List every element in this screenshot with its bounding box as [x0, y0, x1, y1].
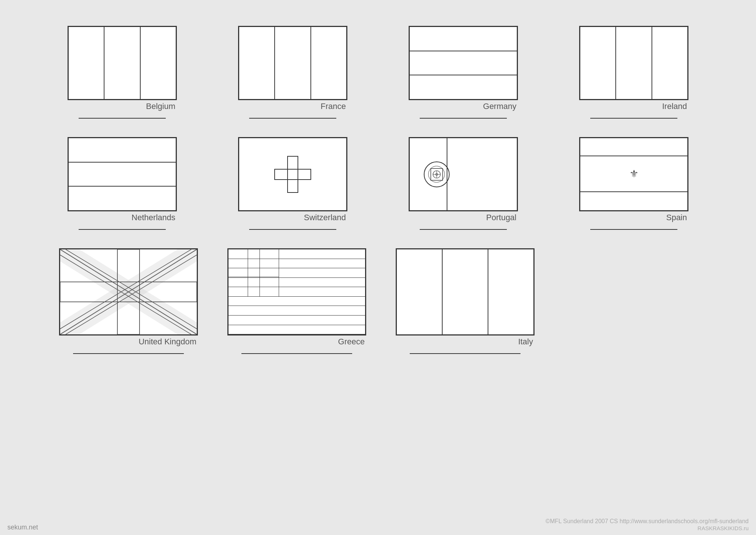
flag-box-ireland: [579, 26, 688, 100]
portugal-flag: [410, 138, 517, 210]
flag-item-netherlands: Netherlands: [68, 137, 177, 230]
switzerland-flag: [239, 138, 346, 210]
flag-item-france: France: [238, 26, 347, 119]
portugal-emblem: [424, 161, 450, 187]
cross-vertical: [287, 156, 298, 193]
portugal-shield-icon: [430, 168, 443, 181]
swiss-cross: [274, 156, 311, 193]
belgium-label: Belgium: [68, 102, 177, 111]
italy-label: Italy: [396, 337, 535, 347]
netherlands-label: Netherlands: [68, 213, 177, 222]
stripe-1: [410, 27, 517, 51]
write-line-greece: [241, 353, 353, 354]
netherlands-flag: [69, 138, 176, 210]
france-flag: [239, 27, 346, 99]
row-3: United Kingdom: [15, 234, 741, 354]
write-line-germany: [420, 118, 507, 119]
greece-stripe-9: [228, 325, 365, 335]
flag-box-belgium: [68, 26, 177, 100]
spain-coat-of-arms-icon: ⚜: [629, 168, 639, 180]
footer-copyright: ©MFL Sunderland 2007 CS http://www.sunde…: [546, 518, 749, 525]
flag-box-portugal: [409, 137, 518, 211]
write-line-portugal: [420, 229, 507, 230]
spain-flag: ⚜: [580, 138, 687, 210]
greece-stripe-7: [228, 306, 365, 316]
stripe-1: [397, 249, 443, 334]
flag-box-spain: ⚜: [579, 137, 688, 211]
stripe-3: [652, 27, 687, 99]
stripe-3: [488, 249, 533, 334]
flag-box-uk: [59, 248, 198, 335]
greece-label: Greece: [227, 337, 366, 347]
portugal-label: Portugal: [409, 213, 518, 222]
ireland-flag: [580, 27, 687, 99]
greece-cross-vertical: [248, 249, 260, 297]
uk-flag: [60, 249, 197, 334]
write-line-netherlands: [79, 229, 166, 230]
flag-item-germany: Germany: [409, 26, 518, 119]
ireland-label: Ireland: [579, 102, 688, 111]
flag-box-greece: [227, 248, 366, 335]
footer-left: sekum.net: [7, 524, 38, 531]
row-2: Netherlands Switzerland: [15, 122, 741, 230]
flag-item-uk: United Kingdom: [59, 248, 198, 354]
stripe-3: [69, 187, 176, 210]
stripe-3: [141, 27, 176, 99]
write-line-spain: [590, 229, 678, 230]
flag-box-netherlands: [68, 137, 177, 211]
write-line-switzerland: [249, 229, 337, 230]
flag-box-france: [238, 26, 347, 100]
greece-stripe-8: [228, 316, 365, 325]
union-jack-icon: [60, 249, 197, 334]
switzerland-label: Switzerland: [238, 213, 347, 222]
stripe-3: [311, 27, 346, 99]
spain-bottom-stripe: [580, 192, 687, 210]
write-line-italy: [410, 353, 521, 354]
write-line-belgium: [79, 118, 166, 119]
italy-flag: [397, 249, 533, 334]
germany-flag: [410, 27, 517, 99]
stripe-2: [410, 51, 517, 76]
flag-box-switzerland: [238, 137, 347, 211]
germany-label: Germany: [409, 102, 518, 111]
flag-box-italy: [396, 248, 535, 335]
flag-item-belgium: Belgium: [68, 26, 177, 119]
france-label: France: [238, 102, 347, 111]
greece-flag: [228, 249, 365, 334]
flag-item-portugal: Portugal: [409, 137, 518, 230]
greece-stripe-6: [228, 297, 365, 306]
write-line-ireland: [590, 118, 678, 119]
write-line-france: [249, 118, 337, 119]
stripe-1: [580, 27, 616, 99]
flag-item-ireland: Ireland: [579, 26, 688, 119]
stripe-1: [239, 27, 275, 99]
spain-mid-stripe: ⚜: [580, 156, 687, 192]
page: Belgium France: [0, 0, 756, 535]
stripe-1: [69, 138, 176, 163]
stripe-2: [69, 163, 176, 187]
flag-item-italy: Italy: [396, 248, 535, 354]
belgium-flag: [69, 27, 176, 99]
portugal-emblem-inner: [428, 166, 445, 183]
watermark-text: RASKRASKIKIDS.ru: [698, 525, 749, 531]
flag-item-spain: ⚜ Spain: [579, 137, 688, 230]
spain-label: Spain: [579, 213, 688, 222]
stripe-2: [104, 27, 140, 99]
stripe-2: [616, 27, 652, 99]
flag-item-greece: Greece: [227, 248, 366, 354]
stripe-1: [69, 27, 104, 99]
row-1: Belgium France: [15, 15, 741, 119]
flag-box-germany: [409, 26, 518, 100]
stripe-3: [410, 75, 517, 99]
spain-top-stripe: [580, 138, 687, 156]
write-line-uk: [73, 353, 184, 354]
stripe-2: [443, 249, 488, 334]
flag-item-switzerland: Switzerland: [238, 137, 347, 230]
stripe-2: [275, 27, 311, 99]
uk-label: United Kingdom: [59, 337, 198, 347]
